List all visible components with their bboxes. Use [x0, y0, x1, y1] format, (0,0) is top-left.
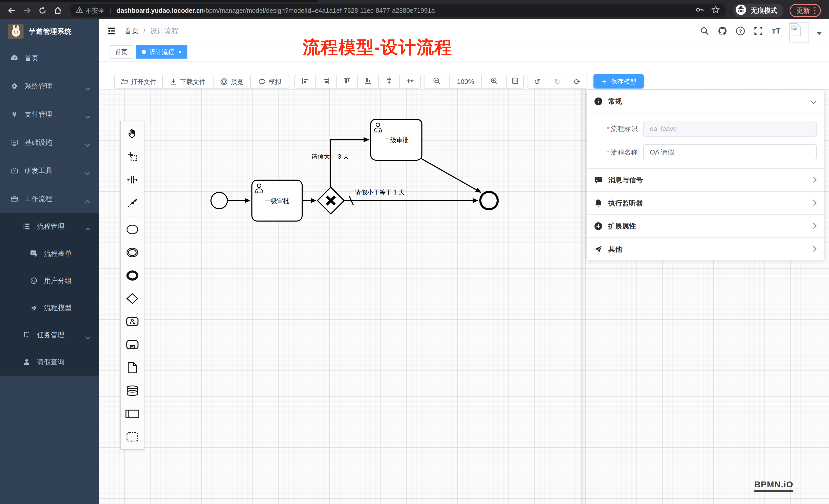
chevron-down-icon [85, 113, 91, 121]
app-logo[interactable]: 芋道管理系统 [0, 19, 99, 44]
bookmark-star-icon[interactable] [711, 5, 720, 15]
sidebar: 芋道管理系统 首页 系统管理 ¥ 支付管理 [0, 19, 99, 504]
browser-menu-icon[interactable] [814, 7, 816, 14]
process-name-input[interactable] [643, 144, 817, 160]
sidebar-item-user-group[interactable]: 用户分组 [0, 267, 99, 294]
zoom-out-button[interactable] [424, 75, 449, 88]
breadcrumb-home[interactable]: 首页 [124, 26, 139, 36]
app-root: 不安全 | dashboard.yudao.iocoder.cn/bpm/man… [0, 0, 829, 504]
user-avatar[interactable] [789, 23, 809, 42]
align-top-button[interactable] [336, 75, 358, 88]
sidebar-collapse-icon[interactable] [106, 25, 117, 37]
browser-home-button[interactable] [51, 4, 65, 17]
chevron-right-icon[interactable] [813, 198, 817, 208]
toolbox-icon [10, 166, 19, 175]
chevron-right-icon[interactable] [813, 222, 817, 231]
required-asterisk: * [607, 125, 609, 132]
process-key-input[interactable] [643, 121, 817, 137]
simulate-button[interactable]: 模拟 [250, 75, 289, 88]
bpmn-canvas[interactable]: 一级审批 请假大于 3 天 [99, 89, 829, 504]
bpmn-diagram[interactable]: 一级审批 请假大于 3 天 [99, 89, 590, 329]
flow-label-le1day[interactable]: 请假小于等于 1 天 [355, 189, 405, 196]
zoom-out-icon [433, 77, 441, 86]
undo-button[interactable]: ↺ [527, 75, 547, 88]
end-event[interactable] [480, 192, 498, 209]
tree-node-icon [23, 331, 31, 339]
align-bottom-icon [365, 77, 372, 86]
preview-button[interactable]: 预览 [213, 75, 251, 88]
github-icon[interactable] [717, 26, 728, 36]
sidebar-item-home[interactable]: 首页 [0, 44, 99, 72]
chevron-right-icon[interactable] [813, 244, 817, 254]
monitor-icon [10, 139, 19, 147]
save-model-button[interactable]: ＋ 保存模型 [593, 74, 644, 88]
panel-section-other[interactable]: 其他 [587, 238, 824, 261]
sidebar-item-system[interactable]: 系统管理 [0, 72, 99, 100]
chevron-right-icon[interactable] [813, 176, 817, 185]
search-icon[interactable] [699, 26, 710, 36]
tag-design-process[interactable]: 设计流程 × [136, 45, 187, 59]
download-file-button[interactable]: 下载文件 [162, 75, 214, 88]
sidebar-item-workflow[interactable]: 工作流程 [0, 185, 99, 213]
key-icon[interactable] [695, 6, 704, 15]
create-group-icon[interactable] [121, 425, 144, 448]
create-participant-icon[interactable] [121, 402, 144, 425]
flow-label-gt3days[interactable]: 请假大于 3 天 [312, 153, 349, 160]
open-file-button[interactable]: 打开文件 [114, 75, 163, 88]
sidebar-item-devtools[interactable]: 研发工具 [0, 157, 99, 185]
close-icon[interactable]: × [178, 49, 182, 55]
align-left-button[interactable] [294, 75, 316, 88]
sidebar-item-process-form[interactable]: 流程表单 [0, 240, 99, 267]
send-icon [594, 245, 603, 254]
browser-back-button[interactable] [5, 4, 19, 17]
sidebar-item-task-mgmt[interactable]: 任务管理 [0, 321, 99, 348]
security-label[interactable]: 不安全 [85, 6, 105, 15]
bpmn-io-watermark[interactable]: BPMN.iO [754, 479, 793, 492]
align-right-button[interactable] [316, 75, 337, 88]
fit-view-button[interactable] [506, 75, 524, 88]
panel-section-message-signal[interactable]: 消息与信号 [587, 169, 824, 191]
sidebar-item-leave-query[interactable]: 请假查询 [0, 348, 99, 376]
start-event[interactable] [211, 192, 227, 209]
flow-gateway-to-task2[interactable] [331, 140, 369, 187]
panel-section-execution-listener[interactable]: 执行监听器 [587, 192, 824, 215]
panel-section-extended-attrs[interactable]: 扩展属性 [587, 215, 824, 237]
browser-forward-button[interactable] [21, 4, 34, 17]
sidebar-item-process-mgmt[interactable]: 流程管理 [0, 213, 99, 240]
create-subprocess-icon[interactable] [121, 333, 144, 356]
align-bottom-button[interactable] [357, 75, 379, 88]
tag-home[interactable]: 首页 [110, 45, 133, 59]
panel-section-general[interactable]: i 常规 [587, 90, 824, 113]
align-center-button[interactable] [399, 75, 421, 88]
button-label: 模拟 [268, 78, 281, 86]
sidebar-item-payment[interactable]: ¥ 支付管理 [0, 100, 99, 128]
breadcrumb-separator: / [143, 27, 145, 35]
flow-task2-to-end[interactable] [421, 158, 481, 192]
url-bar[interactable]: 不安全 | dashboard.yudao.iocoder.cn/bpm/man… [70, 4, 726, 17]
avatar-dropdown-icon[interactable] [817, 32, 822, 35]
preview-icon [220, 78, 227, 85]
fullscreen-icon[interactable] [753, 26, 763, 36]
browser-update-button[interactable]: 更新 [790, 4, 821, 17]
browser-reload-button[interactable] [36, 4, 49, 17]
help-icon[interactable]: ? [735, 26, 746, 36]
create-data-store-icon[interactable] [121, 379, 144, 402]
undo-icon: ↺ [534, 77, 540, 86]
incognito-label: 无痕模式 [751, 6, 777, 15]
sidebar-item-infra[interactable]: 基础设施 [0, 128, 99, 157]
align-middle-button[interactable] [379, 75, 400, 88]
sidebar-item-process-model[interactable]: 流程模型 [0, 294, 99, 321]
sidebar-item-label: 研发工具 [25, 166, 52, 175]
zoom-in-button[interactable] [481, 75, 507, 88]
create-data-object-icon[interactable] [121, 356, 144, 379]
general-form: *流程标识 *流程名称 [587, 113, 824, 168]
font-size-icon[interactable]: тT [771, 26, 781, 36]
redo-button[interactable]: ↻ [547, 75, 567, 88]
section-title: 其他 [608, 244, 622, 254]
chevron-down-icon[interactable] [810, 97, 817, 106]
field-label: *流程标识 [594, 124, 643, 133]
plus-circle-icon [594, 222, 603, 231]
chevron-up-icon [85, 225, 91, 233]
restart-button[interactable]: ⟳ [567, 75, 587, 88]
incognito-icon [735, 4, 747, 17]
